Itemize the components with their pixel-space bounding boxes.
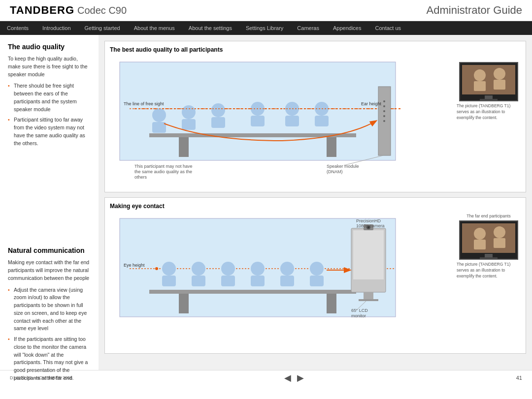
eye-photo-caption: The picture (TANDBERG T1) serves as an i… (457, 262, 521, 279)
diagram-audio-title: The best audio quality to all participan… (110, 46, 521, 53)
svg-text:(DNAM): (DNAM) (327, 169, 343, 174)
svg-point-9 (211, 103, 225, 117)
svg-point-23 (383, 120, 385, 122)
svg-rect-56 (310, 276, 324, 286)
svg-rect-72 (462, 223, 515, 253)
right-panel: The best audio quality to all participan… (99, 35, 532, 370)
section1-bullets: There should be free sight between the e… (8, 82, 91, 147)
svg-rect-2 (179, 137, 189, 157)
section1-bullet-2: Participant sitting too far away from th… (8, 116, 91, 147)
far-end-label: The far end participants (466, 214, 510, 218)
nav-cameras[interactable]: Cameras (290, 21, 326, 35)
diagram-eye-content: Eye height PrecisionHD 1080p camera 65" … (110, 214, 521, 348)
svg-point-53 (280, 262, 294, 276)
svg-point-19 (383, 100, 385, 102)
svg-text:monitor: monitor (351, 313, 366, 318)
svg-point-47 (192, 262, 205, 276)
svg-point-5 (152, 108, 166, 122)
svg-rect-10 (211, 117, 225, 128)
audio-photo-svg (460, 63, 517, 100)
svg-rect-42 (179, 294, 189, 313)
diagram-audio-content: The line of free sight Ear height This p… (110, 57, 521, 187)
diagram-audio-photo: The picture (TANDBERG T1) serves as an i… (457, 57, 521, 121)
nav-getting-started[interactable]: Getting started (78, 21, 127, 35)
guide-title: Administrator Guide (427, 4, 522, 17)
svg-rect-37 (494, 80, 505, 90)
next-button[interactable]: ▶ (297, 372, 304, 383)
product-name: Codec C90 (77, 5, 127, 16)
svg-text:the same audio quality as the: the same audio quality as the (134, 169, 192, 174)
svg-rect-8 (182, 119, 196, 130)
footer-navigation: ◀ ▶ (284, 372, 304, 383)
diagram-audio: The best audio quality to all participan… (104, 41, 526, 192)
svg-text:The line of free sight: The line of free sight (124, 101, 164, 106)
svg-rect-58 (353, 230, 384, 279)
page-header: TANDBERG Codec C90 Administrator Guide (0, 0, 532, 21)
diagram-eye-svg-area: Eye height PrecisionHD 1080p camera 65" … (110, 214, 453, 348)
nav-about-settings[interactable]: About the settings (182, 21, 239, 35)
branding: TANDBERG Codec C90 (10, 4, 127, 17)
svg-rect-39 (480, 99, 498, 100)
eye-photo-svg (460, 221, 517, 259)
section2-bullet-2: If the participants are sitting too clos… (8, 336, 91, 382)
section2-bullet-1: Adjust the camera view (using zoom in/ou… (8, 286, 91, 333)
svg-rect-78 (480, 257, 498, 259)
nav-about-menus[interactable]: About the menus (127, 21, 182, 35)
diagram-eye-title: Making eye contact (110, 203, 521, 210)
section2-bullets: Adjust the camera view (using zoom in/ou… (8, 286, 91, 382)
svg-rect-63 (359, 299, 378, 301)
svg-rect-12 (251, 116, 265, 126)
section2-title: Natural communication (8, 246, 91, 256)
svg-rect-76 (494, 238, 505, 248)
svg-text:This participant may not have: This participant may not have (134, 164, 193, 169)
svg-point-75 (494, 226, 505, 238)
svg-point-22 (383, 115, 385, 117)
eye-diagram-svg: Eye height PrecisionHD 1080p camera 65" … (110, 214, 420, 346)
svg-rect-46 (162, 276, 176, 286)
svg-text:others: others (134, 175, 147, 180)
svg-rect-6 (152, 122, 166, 133)
svg-rect-16 (315, 116, 329, 126)
svg-point-51 (251, 262, 265, 276)
prev-button[interactable]: ◀ (284, 372, 291, 383)
nav-contact-us[interactable]: Contact us (368, 21, 408, 35)
navbar: Contents Introduction Getting started Ab… (0, 21, 532, 35)
svg-rect-41 (149, 290, 356, 294)
svg-text:PrecisionHD: PrecisionHD (356, 218, 381, 223)
svg-rect-43 (327, 294, 336, 313)
svg-rect-54 (280, 276, 294, 286)
audio-diagram-svg: The line of free sight Ear height This p… (110, 57, 420, 185)
nav-settings-library[interactable]: Settings Library (239, 21, 290, 35)
svg-rect-74 (474, 240, 486, 249)
diagram-eye: Making eye contact (104, 197, 526, 354)
left-panel: The audio quality To keep the high quali… (0, 35, 99, 370)
svg-text:1080p camera: 1080p camera (356, 223, 385, 228)
nav-appendices[interactable]: Appendices (326, 21, 368, 35)
nav-contents[interactable]: Contents (0, 21, 35, 35)
brand-name: TANDBERG (10, 4, 74, 17)
svg-text:65" LCD: 65" LCD (351, 308, 368, 313)
svg-rect-33 (462, 65, 515, 94)
svg-text:Eye height: Eye height (124, 263, 145, 268)
svg-text:Speaker module: Speaker module (327, 164, 359, 169)
svg-point-45 (162, 262, 176, 276)
svg-point-36 (494, 68, 505, 80)
nav-introduction[interactable]: Introduction (35, 21, 77, 35)
svg-rect-52 (251, 276, 265, 286)
svg-rect-35 (474, 81, 486, 91)
svg-rect-48 (192, 276, 205, 286)
section1-intro: To keep the high quality audio, make sur… (8, 55, 91, 78)
svg-point-65 (155, 267, 158, 270)
svg-rect-3 (327, 137, 336, 157)
audio-photo-caption: The picture (TANDBERG T1) serves as an i… (457, 103, 521, 121)
section1-title: The audio quality (8, 42, 91, 52)
svg-text:Ear height: Ear height (361, 101, 382, 106)
svg-point-55 (310, 262, 324, 276)
section1-bullet-1: There should be free sight between the e… (8, 82, 91, 113)
svg-rect-14 (285, 116, 299, 126)
svg-point-21 (383, 110, 385, 112)
main-content: The audio quality To keep the high quali… (0, 35, 532, 370)
svg-point-7 (182, 105, 196, 119)
svg-rect-38 (485, 95, 493, 99)
svg-point-34 (474, 69, 486, 81)
